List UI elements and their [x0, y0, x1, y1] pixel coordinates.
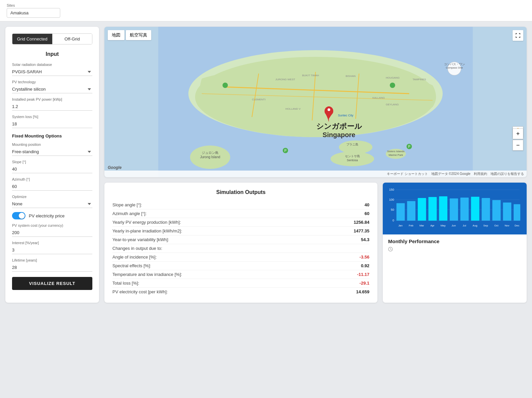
lifetime-input[interactable] [12, 264, 92, 272]
monthly-chart-svg: 150 100 50 0 [388, 188, 521, 231]
svg-text:0: 0 [392, 219, 394, 222]
monthly-title-area: Monthly Performance [383, 234, 527, 256]
svg-text:Sisters Islands: Sisters Islands [387, 150, 405, 153]
sim-row-7: Spectral effects [%]:0.92 [112, 262, 369, 270]
tab-group: Grid Connected Off-Grid [12, 33, 92, 44]
svg-text:HOLLAND V: HOLLAND V [285, 107, 301, 110]
svg-rect-59 [450, 198, 458, 221]
svg-text:GEYLANG: GEYLANG [386, 103, 399, 106]
sim-row-5: Changes in output due to: [112, 244, 369, 253]
system-loss-label: System loss [%] [12, 115, 92, 119]
solar-radiation-label: Solar radiation database [12, 63, 92, 67]
chart-area: 150 100 50 0 [383, 183, 527, 234]
pv-electricity-toggle[interactable] [12, 212, 25, 219]
visualize-button[interactable]: VISUALIZE RESULT [12, 277, 92, 290]
svg-text:シンガポール: シンガポール [316, 122, 362, 130]
sim-row-value-1: 60 [365, 211, 369, 216]
svg-rect-57 [428, 197, 437, 221]
installed-peak-input[interactable] [12, 103, 92, 111]
pv-technology-select[interactable]: Crystalline silicon [12, 85, 92, 93]
installed-peak-field: Installed peak PV power [kWp] [12, 97, 92, 111]
svg-rect-56 [418, 198, 426, 221]
svg-text:P: P [408, 145, 411, 148]
pv-electricity-price-row: PV electricity price [12, 212, 92, 219]
map-btn-map[interactable]: 地図 [108, 30, 124, 40]
monthly-panel: 150 100 50 0 [383, 183, 527, 303]
sites-input[interactable] [7, 8, 60, 18]
simulation-rows: Slope angle [°]:40Azimuth angle [°]:60Ye… [112, 201, 369, 296]
svg-point-36 [223, 83, 228, 88]
pv-system-cost-input[interactable] [12, 229, 92, 237]
optimize-select[interactable]: None [12, 200, 92, 208]
svg-rect-55 [407, 201, 416, 221]
map-fullscreen-button[interactable] [513, 30, 523, 41]
sim-row-label-6: Angle of incidence [%]: [112, 255, 157, 260]
svg-text:JURONG WEST: JURONG WEST [275, 78, 295, 81]
sim-row-3: Yearly in-plane irradiation [kWh/m2]:147… [112, 227, 369, 235]
slope-field: Slope [°] [12, 160, 92, 173]
svg-text:Marine Park: Marine Park [388, 154, 403, 157]
map-fullscreen-control [513, 30, 523, 41]
sim-row-value-2: 1256.84 [354, 220, 369, 225]
fullscreen-icon [515, 33, 521, 38]
svg-text:Apr: Apr [430, 224, 435, 227]
svg-text:コンパス・ワン: コンパス・ワン [444, 63, 465, 66]
interest-input[interactable] [12, 246, 92, 254]
monthly-performance-title: Monthly Performance [388, 238, 521, 244]
sites-label: Sites [7, 3, 60, 7]
sim-row-value-10: 14.659 [356, 289, 369, 294]
sim-row-value-0: 40 [365, 202, 369, 207]
map-zoom-out-button[interactable]: − [513, 140, 523, 151]
optimize-field: Optimize None [12, 195, 92, 208]
right-area: ジュロン島 Jurong Island ブラニ島 セントサ島 Sentosa S… [104, 27, 527, 303]
azimuth-input[interactable] [12, 183, 92, 191]
slope-label: Slope [°] [12, 160, 92, 164]
sim-row-label-1: Azimuth angle [°]: [112, 211, 147, 216]
tab-grid-connected[interactable]: Grid Connected [12, 34, 53, 44]
sim-row-4: Year-to-year variability [kWh]:54.3 [112, 235, 369, 244]
pv-technology-label: PV technology [12, 80, 92, 84]
input-section-title: Input [12, 51, 92, 57]
sim-row-label-3: Yearly in-plane irradiation [kWh/m2]: [112, 228, 182, 233]
svg-rect-63 [492, 200, 501, 221]
svg-text:セントサ島: セントサ島 [345, 155, 360, 158]
svg-rect-64 [503, 203, 511, 221]
sim-row-value-9: -29.1 [359, 281, 369, 286]
monthly-clock-row [388, 247, 521, 252]
map-btn-aerial[interactable]: 航空写真 [126, 30, 151, 40]
pv-system-cost-label: PV system cost (your currency) [12, 223, 92, 227]
svg-point-38 [328, 108, 330, 111]
svg-text:Dec: Dec [515, 224, 519, 227]
svg-text:Singapore: Singapore [323, 131, 355, 138]
svg-text:Mar: Mar [420, 224, 424, 227]
svg-text:TAMPINES: TAMPINES [413, 78, 426, 81]
interest-label: Interest [%/year] [12, 241, 92, 245]
svg-text:Jurong Island: Jurong Island [200, 155, 220, 159]
map-footer: キーボード ショートカット 地図データ ©2024 Google 利用規約 地図… [104, 171, 527, 177]
system-loss-input[interactable] [12, 120, 92, 128]
svg-text:Feb: Feb [409, 224, 414, 227]
svg-text:BUKIT TIMAH: BUKIT TIMAH [302, 74, 319, 77]
azimuth-label: Azimuth [°] [12, 177, 92, 181]
sim-row-label-4: Year-to-year variability [kWh]: [112, 237, 169, 242]
svg-rect-54 [396, 203, 405, 220]
pv-system-cost-field: PV system cost (your currency) [12, 223, 92, 237]
sim-row-label-9: Total loss [%]: [112, 281, 139, 286]
tab-off-grid[interactable]: Off-Grid [53, 34, 92, 44]
svg-rect-65 [514, 204, 520, 220]
sim-row-label-7: Spectral effects [%]: [112, 263, 151, 268]
sim-row-0: Slope angle [°]:40 [112, 201, 369, 209]
svg-text:50: 50 [391, 208, 394, 211]
sim-row-10: PV electricity cost [per kWh]:14.659 [112, 288, 369, 296]
sim-row-value-8: -11.17 [357, 272, 369, 277]
left-panel: Grid Connected Off-Grid Input Solar radi… [5, 27, 99, 303]
svg-text:150: 150 [389, 188, 394, 191]
optimize-label: Optimize [12, 195, 92, 199]
solar-radiation-select[interactable]: PVGIS-SARAH [12, 68, 92, 76]
svg-text:Aug: Aug [473, 224, 477, 227]
svg-text:Compass One: Compass One [446, 66, 463, 69]
mounting-position-select[interactable]: Free-standing [12, 148, 92, 156]
slope-input[interactable] [12, 165, 92, 173]
svg-text:Sentosa: Sentosa [347, 159, 358, 162]
map-zoom-in-button[interactable]: + [513, 128, 523, 139]
